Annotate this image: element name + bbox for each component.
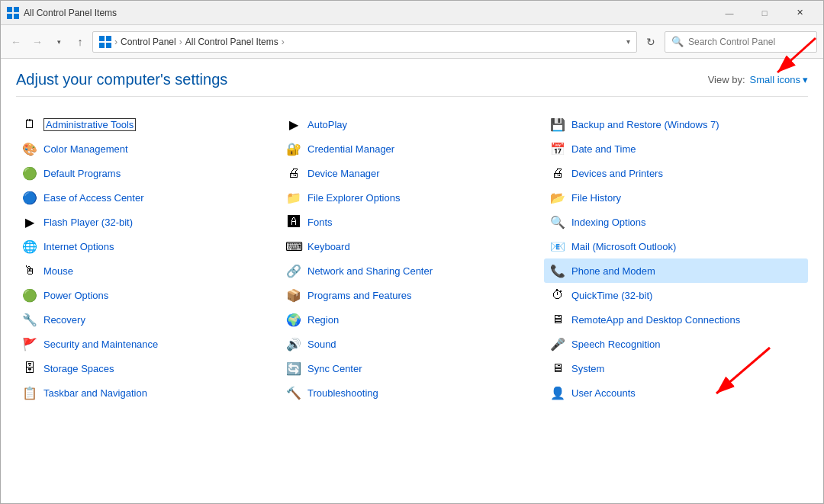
- item-default-programs[interactable]: 🟢Default Programs: [16, 161, 280, 185]
- item-ease-of-access[interactable]: 🔵Ease of Access Center: [16, 185, 280, 210]
- system-label: System: [571, 363, 604, 374]
- file-history-icon: 📂: [550, 190, 565, 205]
- svg-rect-5: [106, 36, 111, 41]
- item-troubleshooting[interactable]: 🔨Troubleshooting: [280, 380, 544, 405]
- up-button[interactable]: ↑: [71, 33, 89, 51]
- item-programs-features[interactable]: 📦Programs and Features: [280, 283, 544, 307]
- item-backup-restore[interactable]: 💾Backup and Restore (Windows 7): [544, 112, 808, 136]
- item-storage-spaces[interactable]: 🗄Storage Spaces: [16, 356, 280, 380]
- path-separator-2: ›: [179, 37, 182, 47]
- date-time-label: Date and Time: [571, 143, 636, 155]
- sync-center-label: Sync Center: [307, 363, 362, 374]
- view-by-dropdown[interactable]: Small icons ▾: [750, 74, 808, 85]
- item-date-time[interactable]: 📅Date and Time: [544, 136, 808, 161]
- path-separator-3: ›: [282, 37, 285, 47]
- minimize-button[interactable]: —: [712, 1, 747, 25]
- address-bar: ← → ▾ ↑ › Control Panel › All Control Pa…: [1, 25, 823, 59]
- path-all-items[interactable]: All Control Panel Items: [185, 37, 278, 47]
- item-system[interactable]: 🖥System: [544, 356, 808, 380]
- item-keyboard[interactable]: ⌨Keyboard: [280, 234, 544, 258]
- search-box[interactable]: 🔍: [665, 31, 817, 53]
- path-control-panel[interactable]: Control Panel: [121, 37, 176, 47]
- item-file-history[interactable]: 📂File History: [544, 185, 808, 210]
- item-flash-player[interactable]: ▶Flash Player (32-bit): [16, 210, 280, 234]
- item-devices-printers[interactable]: 🖨Devices and Printers: [544, 161, 808, 185]
- credential-manager-label: Credential Manager: [307, 143, 394, 155]
- item-taskbar-navigation[interactable]: 📋Taskbar and Navigation: [16, 380, 280, 405]
- path-dropdown-arrow[interactable]: ▾: [626, 37, 630, 46]
- item-color-management[interactable]: 🎨Color Management: [16, 136, 280, 161]
- programs-features-label: Programs and Features: [307, 290, 412, 301]
- region-label: Region: [307, 314, 339, 326]
- quicktime-icon: ⏱: [550, 287, 565, 303]
- item-security-maintenance[interactable]: 🚩Security and Maintenance: [16, 332, 280, 356]
- item-speech-recognition[interactable]: 🎤Speech Recognition: [544, 332, 808, 356]
- svg-rect-7: [106, 43, 111, 48]
- backup-restore-label: Backup and Restore (Windows 7): [571, 119, 719, 130]
- window-controls: — □ ✕: [712, 1, 817, 25]
- administrative-tools-icon: 🗒: [22, 117, 37, 132]
- keyboard-icon: ⌨: [286, 239, 301, 254]
- cp-icon: [7, 7, 19, 19]
- autoplay-label: AutoPlay: [307, 119, 347, 130]
- maximize-button[interactable]: □: [747, 1, 782, 25]
- recovery-label: Recovery: [43, 314, 85, 326]
- svg-rect-4: [99, 36, 105, 41]
- item-mouse[interactable]: 🖱Mouse: [16, 258, 280, 283]
- troubleshooting-icon: 🔨: [286, 385, 301, 400]
- taskbar-navigation-icon: 📋: [22, 385, 37, 400]
- search-icon: 🔍: [671, 36, 684, 47]
- sound-icon: 🔊: [286, 336, 301, 352]
- item-device-manager[interactable]: 🖨Device Manager: [280, 161, 544, 185]
- column-1: 🗒Administrative Tools🎨Color Management🟢D…: [16, 112, 280, 405]
- item-network-sharing[interactable]: 🔗Network and Sharing Center: [280, 258, 544, 283]
- ease-of-access-icon: 🔵: [22, 190, 37, 205]
- cp-path-icon: [99, 36, 111, 48]
- close-button[interactable]: ✕: [782, 1, 817, 25]
- file-explorer-options-label: File Explorer Options: [307, 192, 400, 204]
- item-remoteapp[interactable]: 🖥RemoteApp and Desktop Connections: [544, 307, 808, 332]
- item-sound[interactable]: 🔊Sound: [280, 332, 544, 356]
- search-input[interactable]: [688, 37, 810, 47]
- item-region[interactable]: 🌍Region: [280, 307, 544, 332]
- item-phone-modem[interactable]: 📞Phone and Modem: [544, 258, 808, 283]
- path-separator-1: ›: [114, 37, 117, 47]
- item-administrative-tools[interactable]: 🗒Administrative Tools: [16, 112, 280, 136]
- item-fonts[interactable]: 🅰Fonts: [280, 210, 544, 234]
- back-button[interactable]: ←: [7, 33, 25, 51]
- svg-rect-0: [7, 7, 12, 12]
- keyboard-label: Keyboard: [307, 241, 350, 252]
- item-power-options[interactable]: 🟢Power Options: [16, 283, 280, 307]
- sound-label: Sound: [307, 339, 336, 350]
- color-management-label: Color Management: [43, 143, 128, 155]
- page-header: Adjust your computer's settings View by:…: [16, 71, 808, 97]
- svg-rect-1: [14, 7, 19, 12]
- item-mail-outlook[interactable]: 📧Mail (Microsoft Outlook): [544, 234, 808, 258]
- item-indexing-options[interactable]: 🔍Indexing Options: [544, 210, 808, 234]
- refresh-button[interactable]: ↻: [640, 31, 661, 53]
- address-path[interactable]: › Control Panel › All Control Panel Item…: [92, 31, 637, 53]
- speech-recognition-icon: 🎤: [550, 336, 565, 352]
- system-icon: 🖥: [550, 361, 565, 376]
- indexing-options-icon: 🔍: [550, 214, 565, 230]
- view-by-arrow: ▾: [803, 74, 808, 85]
- item-credential-manager[interactable]: 🔐Credential Manager: [280, 136, 544, 161]
- item-user-accounts[interactable]: 👤User Accounts: [544, 380, 808, 405]
- fonts-label: Fonts: [307, 217, 333, 228]
- page-title: Adjust your computer's settings: [16, 71, 227, 88]
- device-manager-label: Device Manager: [307, 168, 380, 179]
- dropdown-arrow-button[interactable]: ▾: [50, 33, 68, 51]
- mail-outlook-label: Mail (Microsoft Outlook): [571, 241, 676, 252]
- item-recovery[interactable]: 🔧Recovery: [16, 307, 280, 332]
- item-internet-options[interactable]: 🌐Internet Options: [16, 234, 280, 258]
- item-file-explorer-options[interactable]: 📁File Explorer Options: [280, 185, 544, 210]
- default-programs-label: Default Programs: [43, 168, 121, 179]
- item-quicktime[interactable]: ⏱QuickTime (32-bit): [544, 283, 808, 307]
- mouse-icon: 🖱: [22, 263, 37, 278]
- item-autoplay[interactable]: ▶AutoPlay: [280, 112, 544, 136]
- default-programs-icon: 🟢: [22, 165, 37, 181]
- forward-button[interactable]: →: [28, 33, 47, 51]
- item-sync-center[interactable]: 🔄Sync Center: [280, 356, 544, 380]
- mouse-label: Mouse: [43, 265, 73, 277]
- ease-of-access-label: Ease of Access Center: [43, 192, 144, 204]
